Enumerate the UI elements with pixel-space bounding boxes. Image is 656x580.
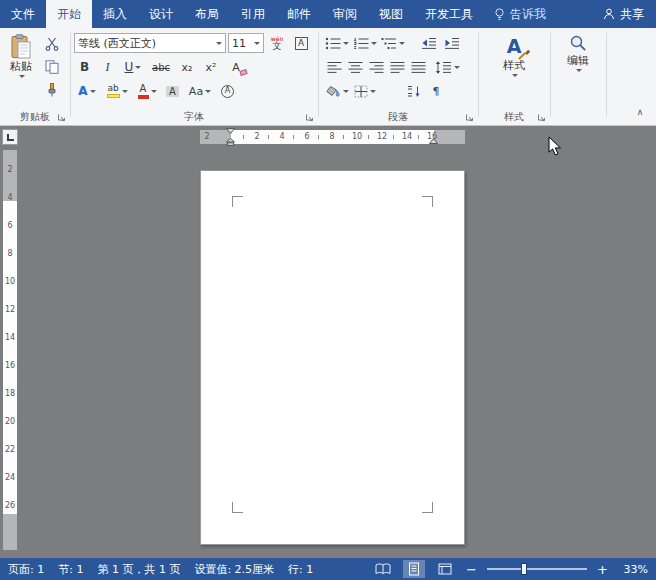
multilevel-list-button[interactable] bbox=[380, 33, 406, 53]
first-line-indent-marker[interactable] bbox=[226, 128, 235, 134]
print-layout-button[interactable] bbox=[403, 560, 425, 578]
decrease-indent-button[interactable] bbox=[418, 33, 439, 53]
tab-view[interactable]: 视图 bbox=[368, 0, 414, 28]
document-page[interactable] bbox=[200, 170, 465, 545]
align-left-button[interactable] bbox=[324, 57, 344, 77]
increase-indent-icon bbox=[444, 37, 460, 50]
distribute-button[interactable] bbox=[408, 57, 428, 77]
text-effects-button[interactable]: A bbox=[74, 81, 100, 101]
status-section[interactable]: 节: 1 bbox=[58, 562, 83, 577]
borders-button[interactable] bbox=[352, 81, 378, 101]
tab-developer[interactable]: 开发工具 bbox=[414, 0, 484, 28]
tab-references[interactable]: 引用 bbox=[230, 0, 276, 28]
hanging-indent-marker[interactable] bbox=[226, 138, 235, 146]
numbering-button[interactable] bbox=[352, 33, 378, 53]
paste-label: 粘贴 bbox=[10, 61, 32, 73]
justify-button[interactable] bbox=[387, 57, 407, 77]
font-color-button[interactable]: A bbox=[134, 81, 160, 101]
chevron-down-icon bbox=[205, 90, 211, 93]
italic-icon: I bbox=[106, 60, 110, 75]
strikethrough-icon: abc bbox=[152, 62, 170, 73]
shading-button[interactable] bbox=[324, 81, 350, 101]
web-page-icon bbox=[438, 563, 452, 575]
bullets-button[interactable] bbox=[324, 33, 350, 53]
zoom-in-button[interactable]: + bbox=[596, 563, 609, 576]
distribute-icon bbox=[411, 61, 426, 74]
dialog-launcher-icon bbox=[465, 113, 474, 122]
chevron-down-icon bbox=[254, 42, 260, 45]
zoom-out-button[interactable]: − bbox=[465, 563, 478, 576]
tab-review[interactable]: 审阅 bbox=[322, 0, 368, 28]
strikethrough-button[interactable]: abc bbox=[148, 57, 174, 77]
subscript-button[interactable]: x₂ bbox=[176, 57, 198, 77]
bold-button[interactable]: B bbox=[74, 57, 95, 77]
status-page-of-total[interactable]: 第 1 页，共 1 页 bbox=[97, 562, 180, 577]
enclose-character-button[interactable]: A bbox=[217, 81, 238, 101]
tab-design[interactable]: 设计 bbox=[138, 0, 184, 28]
clear-formatting-button[interactable]: A bbox=[224, 57, 248, 77]
tab-file[interactable]: 文件 bbox=[0, 0, 46, 28]
clipboard-group: 粘贴 剪贴板 bbox=[0, 28, 70, 126]
editing-button[interactable]: 编辑 bbox=[554, 32, 602, 102]
font-dialog-launcher[interactable] bbox=[304, 112, 315, 123]
styles-dialog-launcher[interactable] bbox=[536, 112, 547, 123]
text-highlight-button[interactable]: ab bbox=[102, 81, 132, 101]
collapse-ribbon-button[interactable]: ∧ bbox=[630, 105, 650, 119]
align-center-button[interactable] bbox=[345, 57, 365, 77]
font-color-icon: A bbox=[138, 84, 149, 99]
font-name-value: 等线 (西文正文) bbox=[78, 36, 156, 51]
web-layout-button[interactable] bbox=[434, 560, 456, 578]
status-page[interactable]: 页面: 1 bbox=[8, 562, 44, 577]
zoom-slider-thumb[interactable] bbox=[521, 563, 527, 575]
tab-home[interactable]: 开始 bbox=[46, 0, 92, 28]
styles-label: 样式 bbox=[503, 60, 525, 72]
tell-me[interactable]: 告诉我 bbox=[484, 0, 556, 28]
phonetic-guide-button[interactable]: wén 文 bbox=[266, 33, 288, 53]
zoom-slider[interactable] bbox=[487, 568, 587, 570]
italic-button[interactable]: I bbox=[97, 57, 118, 77]
share-button[interactable]: 共享 bbox=[591, 0, 656, 28]
tab-selector[interactable] bbox=[2, 129, 18, 145]
format-painter-button[interactable] bbox=[42, 80, 62, 100]
line-spacing-button[interactable] bbox=[434, 57, 460, 77]
change-case-button[interactable]: Aa bbox=[185, 81, 215, 101]
phonetic-base-text: 文 bbox=[273, 42, 282, 51]
increase-indent-button[interactable] bbox=[441, 33, 462, 53]
bullet-list-icon bbox=[325, 37, 341, 50]
book-icon bbox=[375, 563, 391, 575]
copy-button[interactable] bbox=[42, 57, 62, 77]
paragraph-dialog-launcher[interactable] bbox=[464, 112, 475, 123]
v-ruler-number: 4 bbox=[3, 194, 17, 202]
paint-bucket-icon bbox=[326, 85, 341, 98]
zoom-level[interactable]: 33% bbox=[618, 563, 648, 576]
show-marks-button[interactable]: ¶ bbox=[426, 81, 446, 101]
character-shading-button[interactable]: A bbox=[162, 81, 183, 101]
cut-button[interactable] bbox=[42, 34, 62, 54]
eraser-icon bbox=[239, 69, 247, 76]
read-mode-button[interactable] bbox=[372, 560, 394, 578]
margin-mark-top-left bbox=[232, 196, 243, 207]
pilcrow-icon: ¶ bbox=[433, 85, 440, 98]
chevron-down-icon bbox=[151, 90, 157, 93]
v-ruler-number: 22 bbox=[3, 446, 17, 454]
paste-button[interactable]: 粘贴 bbox=[3, 32, 39, 102]
tab-mailings[interactable]: 邮件 bbox=[276, 0, 322, 28]
sort-button[interactable] bbox=[402, 81, 424, 101]
tab-insert[interactable]: 插入 bbox=[92, 0, 138, 28]
align-right-button[interactable] bbox=[366, 57, 386, 77]
character-border-button[interactable]: A bbox=[290, 33, 312, 53]
status-line[interactable]: 行: 1 bbox=[288, 562, 313, 577]
font-size-combo[interactable]: 11 bbox=[228, 33, 264, 53]
font-size-value: 11 bbox=[232, 37, 246, 50]
superscript-button[interactable]: x² bbox=[200, 57, 222, 77]
ribbon: 粘贴 剪贴板 等线 (西文正文) 11 bbox=[0, 28, 656, 126]
status-setting[interactable]: 设置值: 2.5厘米 bbox=[194, 562, 274, 577]
highlight-color-bar bbox=[107, 94, 120, 98]
clipboard-dialog-launcher[interactable] bbox=[56, 112, 67, 123]
styles-button[interactable]: A 样式 bbox=[488, 32, 540, 102]
underline-button[interactable]: U bbox=[120, 57, 146, 77]
font-name-combo[interactable]: 等线 (西文正文) bbox=[74, 33, 226, 53]
chevron-down-icon bbox=[343, 42, 349, 45]
ribbon-tab-bar: 文件 开始 插入 设计 布局 引用 邮件 审阅 视图 开发工具 告诉我 共享 bbox=[0, 0, 656, 28]
tab-layout[interactable]: 布局 bbox=[184, 0, 230, 28]
